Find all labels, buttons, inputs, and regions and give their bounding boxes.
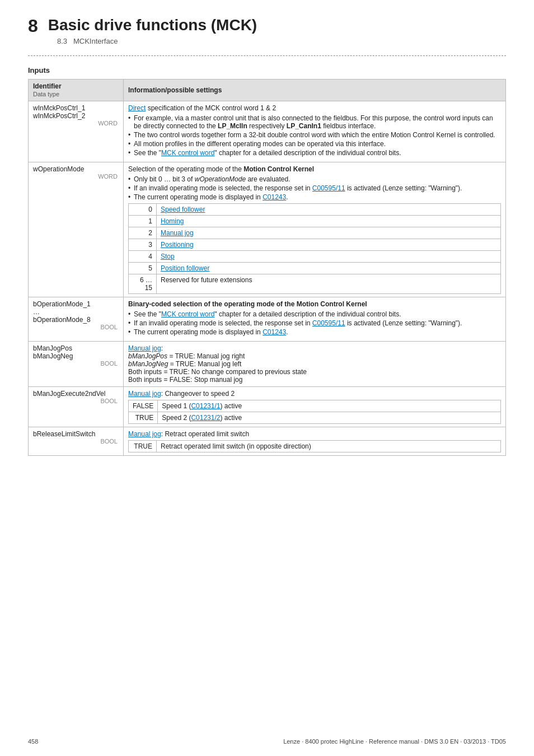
- bullet-list: See the "MCK control word" chapter for a…: [128, 310, 501, 336]
- list-item: All motion profiles in the different ope…: [128, 140, 501, 148]
- bool-val: TRUE: [129, 441, 157, 452]
- info-cell: Manual jog: Retract operated limit switc…: [124, 427, 506, 456]
- list-item: See the "MCK control word" chapter for a…: [128, 310, 501, 318]
- table-row: wOperationMode WORD Selection of the ope…: [29, 162, 506, 297]
- bool-val: FALSE: [129, 400, 158, 412]
- inputs-heading: Inputs: [28, 66, 506, 74]
- c01231-link2[interactable]: C01231/2: [191, 414, 220, 422]
- identifier-cell: bManJogPosbManJogNeg BOOL: [29, 342, 124, 387]
- info-cell: Manual jog: Changeover to speed 2 FALSE …: [124, 387, 506, 427]
- table-row: bManJogPosbManJogNeg BOOL Manual jog: bM…: [29, 342, 506, 387]
- bool-desc: Retract operated limit switch (in opposi…: [157, 441, 501, 452]
- table-row: bReleaseLimitSwitch BOOL Manual jog: Ret…: [29, 427, 506, 456]
- inner-table-row: 2 Manual jog: [129, 227, 501, 239]
- bullet-list: For example, via a master control unit t…: [128, 114, 501, 157]
- identifier-cell: wOperationMode WORD: [29, 162, 124, 297]
- list-item: Only bit 0 … bit 3 of wOperationMode are…: [128, 175, 501, 183]
- c00595-link[interactable]: C00595/11: [312, 184, 345, 192]
- operation-mode-table: 0 Speed follower 1 Homing 2 Manual jog: [128, 203, 501, 294]
- manjog-line: bManJogPos = TRUE: Manual jog right: [128, 352, 245, 360]
- mode-number: 5: [129, 263, 157, 274]
- info-cell: Selection of the operating mode of the M…: [124, 162, 506, 297]
- inner-table-row: FALSE Speed 1 (C01231/1) active: [129, 400, 501, 412]
- list-item: The current operating mode is displayed …: [128, 193, 501, 201]
- mode-label: Manual jog: [157, 227, 501, 239]
- inner-table-row: 3 Positioning: [129, 239, 501, 251]
- col-identifier-header: Identifier Data type: [29, 80, 124, 101]
- chapter-number: 8: [28, 17, 38, 35]
- table-row: wInMckPosCtrl_1wInMckPosCtrl_2 WORD Dire…: [29, 101, 506, 162]
- bool-val: TRUE: [129, 412, 158, 424]
- inner-table-row: 0 Speed follower: [129, 204, 501, 216]
- info-cell: Manual jog: bManJogPos = TRUE: Manual jo…: [124, 342, 506, 387]
- c01243-link2[interactable]: C01243: [263, 328, 286, 336]
- inner-table-row: 1 Homing: [129, 216, 501, 227]
- list-item: The two control words together form a 32…: [128, 131, 501, 139]
- divider: [28, 55, 506, 56]
- mode-number: 2: [129, 227, 157, 239]
- mck-control-word-link2[interactable]: MCK control word: [161, 310, 214, 318]
- inner-table-row: 6 … 15 Reserved for future extensions: [129, 274, 501, 294]
- c01243-link[interactable]: C01243: [263, 193, 286, 201]
- manjog-line: Both inputs = FALSE: Stop manual jog: [128, 376, 242, 384]
- bool-desc: Speed 2 (C01231/2) active: [158, 412, 501, 424]
- page-footer: 458 Lenze · 8400 protec HighLine · Refer…: [28, 738, 506, 745]
- c00595-link2[interactable]: C00595/11: [312, 319, 345, 327]
- bool-table: FALSE Speed 1 (C01231/1) active TRUE Spe…: [128, 400, 501, 424]
- table-row: bOperationMode_1…bOperationMode_8 BOOL B…: [29, 297, 506, 342]
- inner-table-row: 4 Stop: [129, 251, 501, 263]
- bool-desc: Speed 1 (C01231/1) active: [158, 400, 501, 412]
- c01231-link[interactable]: C01231/1: [191, 402, 220, 410]
- table-row: bManJogExecute2ndVel BOOL Manual jog: Ch…: [29, 387, 506, 427]
- identifier-cell: bManJogExecute2ndVel BOOL: [29, 387, 124, 427]
- mode-number: 6 … 15: [129, 274, 157, 294]
- list-item: If an invalid operating mode is selected…: [128, 184, 501, 192]
- inner-table-row: TRUE Retract operated limit switch (in o…: [129, 441, 501, 452]
- identifier-cell: bOperationMode_1…bOperationMode_8 BOOL: [29, 297, 124, 342]
- mode-label: Position follower: [157, 263, 501, 274]
- page: 8 Basic drive functions (MCK) 8.3 MCKInt…: [0, 0, 534, 756]
- page-header: 8 Basic drive functions (MCK): [28, 17, 506, 35]
- list-item: The current operating mode is displayed …: [128, 328, 501, 336]
- chapter-title: Basic drive functions (MCK): [48, 17, 257, 34]
- bool-table2: TRUE Retract operated limit switch (in o…: [128, 440, 501, 452]
- col-info-header: Information/possible settings: [124, 80, 506, 101]
- mode-number: 3: [129, 239, 157, 251]
- manjog-line: bManJogNeg = TRUE: Manual jog left: [128, 360, 241, 368]
- manual-jog-link[interactable]: Manual jog: [128, 344, 161, 352]
- mode-label: Positioning: [157, 239, 501, 251]
- footer-right: Lenze · 8400 protec HighLine · Reference…: [283, 738, 506, 745]
- main-table: Identifier Data type Information/possibl…: [28, 79, 506, 456]
- mode-label: Reserved for future extensions: [157, 274, 501, 294]
- info-cell: Direct specification of the MCK control …: [124, 101, 506, 162]
- page-number: 458: [28, 738, 38, 745]
- list-item: If an invalid operating mode is selected…: [128, 319, 501, 327]
- mode-label: Homing: [157, 216, 501, 227]
- mode-number: 1: [129, 216, 157, 227]
- mode-number: 0: [129, 204, 157, 216]
- section-number: 8.3 MCKInterface: [57, 37, 506, 45]
- identifier-cell: wInMckPosCtrl_1wInMckPosCtrl_2 WORD: [29, 101, 124, 162]
- manual-jog-link3[interactable]: Manual jog: [128, 430, 161, 438]
- mode-number: 4: [129, 251, 157, 263]
- mode-label: Stop: [157, 251, 501, 263]
- mode-label: Speed follower: [157, 204, 501, 216]
- list-item: See the "MCK control word" chapter for a…: [128, 149, 501, 157]
- manjog-line: Both inputs = TRUE: No change compared t…: [128, 368, 307, 376]
- bullet-list: Only bit 0 … bit 3 of wOperationMode are…: [128, 175, 501, 201]
- mck-control-word-link[interactable]: MCK control word: [161, 149, 214, 157]
- inner-table-row: 5 Position follower: [129, 263, 501, 274]
- direct-link[interactable]: Direct: [128, 104, 146, 112]
- list-item: For example, via a master control unit t…: [128, 114, 501, 130]
- inner-table-row: TRUE Speed 2 (C01231/2) active: [129, 412, 501, 424]
- manual-jog-link2[interactable]: Manual jog: [128, 390, 161, 398]
- identifier-cell: bReleaseLimitSwitch BOOL: [29, 427, 124, 456]
- info-cell: Binary-coded selection of the operating …: [124, 297, 506, 342]
